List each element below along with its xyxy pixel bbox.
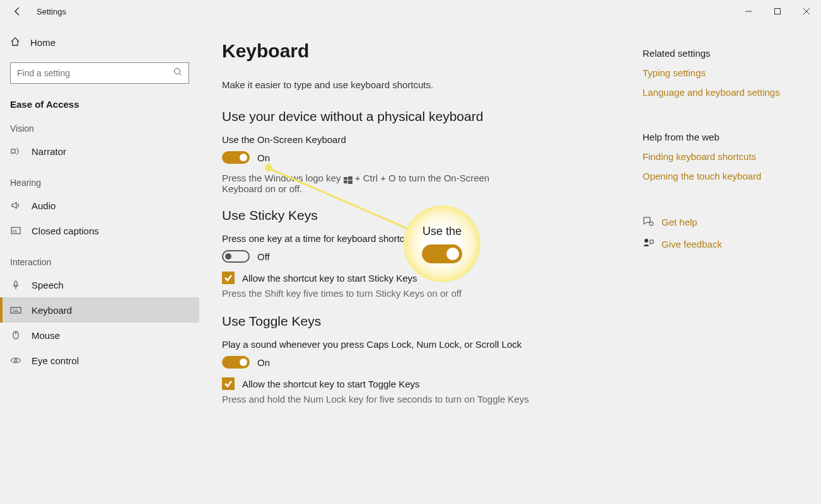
svg-rect-10 — [11, 307, 21, 313]
nav-narrator[interactable]: Narrator — [10, 139, 189, 164]
nav-mouse[interactable]: Mouse — [10, 323, 189, 348]
svg-point-22 — [649, 222, 653, 226]
nav-label: Eye control — [32, 355, 79, 366]
window-title: Settings — [37, 7, 66, 16]
section-osk-title: Use your device without a physical keybo… — [222, 109, 617, 124]
svg-point-4 — [175, 69, 180, 74]
svg-rect-19 — [348, 176, 352, 180]
togglekeys-shortcut-checkbox[interactable] — [222, 377, 235, 390]
back-button[interactable] — [8, 1, 28, 21]
mouse-icon — [10, 330, 21, 340]
osk-state: On — [257, 152, 270, 163]
maximize-button[interactable] — [763, 0, 792, 23]
svg-rect-18 — [344, 177, 347, 180]
togglekeys-label: Play a sound whenever you press Caps Loc… — [222, 339, 617, 350]
eye-icon — [10, 355, 21, 365]
sticky-desc: Press the Shift key five times to turn S… — [222, 288, 617, 299]
svg-rect-21 — [348, 181, 352, 185]
section-sticky-title: Use Sticky Keys — [222, 208, 617, 223]
nav-keyboard[interactable]: Keyboard — [0, 297, 199, 323]
togglekeys-toggle[interactable] — [222, 356, 250, 369]
svg-rect-6 — [11, 149, 15, 153]
group-vision: Vision — [10, 123, 189, 134]
nav-audio[interactable]: Audio — [10, 193, 189, 218]
main-content: Keyboard Make it easier to type and use … — [222, 40, 617, 486]
nav-label: Narrator — [32, 146, 66, 157]
nav-label: Keyboard — [32, 305, 72, 316]
minimize-button[interactable] — [734, 0, 763, 23]
link-keyboard-shortcuts[interactable]: Finding keyboard shortcuts — [643, 151, 798, 162]
link-get-help[interactable]: Get help — [643, 215, 798, 229]
svg-line-5 — [180, 74, 182, 76]
nav-label: Closed captions — [32, 226, 99, 236]
search-box[interactable] — [10, 62, 189, 84]
sticky-toggle[interactable] — [222, 250, 250, 263]
home-nav[interactable]: Home — [10, 30, 189, 55]
osk-help: Press the Windows logo key + Ctrl + O to… — [222, 173, 493, 194]
page-subtitle: Make it easier to type and use keyboard … — [222, 79, 617, 90]
link-typing-settings[interactable]: Typing settings — [643, 67, 798, 78]
webhelp-heading: Help from the web — [643, 132, 798, 142]
section-togglekeys-title: Use Toggle Keys — [222, 314, 617, 329]
link-language-settings[interactable]: Language and keyboard settings — [643, 87, 798, 98]
group-interaction: Interaction — [10, 257, 189, 267]
sticky-checkbox-label: Allow the shortcut key to start Sticky K… — [242, 273, 417, 284]
keyboard-icon — [10, 305, 21, 315]
captions-icon: cc — [10, 226, 21, 236]
home-label: Home — [30, 37, 55, 48]
sidebar: Home Ease of Access Vision Narrator Hear… — [0, 23, 199, 504]
togglekeys-desc: Press and hold the Num Lock key for five… — [222, 394, 617, 404]
home-icon — [10, 37, 20, 49]
nav-closed-captions[interactable]: cc Closed captions — [10, 218, 189, 243]
titlebar: Settings — [0, 0, 821, 23]
link-touch-keyboard[interactable]: Opening the touch keyboard — [643, 171, 798, 181]
link-give-feedback[interactable]: Give feedback — [643, 238, 798, 251]
nav-speech[interactable]: Speech — [10, 272, 189, 297]
svg-rect-1 — [775, 9, 781, 14]
nav-label: Audio — [32, 200, 55, 211]
window-controls — [734, 0, 821, 23]
sidebar-section-title: Ease of Access — [10, 99, 189, 110]
feedback-icon — [643, 238, 654, 251]
related-heading: Related settings — [643, 48, 798, 59]
group-hearing: Hearing — [10, 178, 189, 188]
windows-key-icon — [344, 175, 352, 183]
help-icon — [643, 215, 654, 229]
togglekeys-checkbox-label: Allow the shortcut key to start Toggle K… — [242, 379, 420, 389]
svg-point-23 — [644, 239, 648, 243]
togglekeys-state: On — [257, 357, 270, 368]
svg-rect-20 — [344, 181, 347, 184]
osk-label: Use the On-Screen Keyboard — [222, 134, 617, 145]
sticky-label: Press one key at a time for keyboard sho… — [222, 233, 617, 244]
sticky-state: Off — [257, 251, 270, 262]
svg-text:cc: cc — [13, 229, 18, 233]
right-column: Related settings Typing settings Languag… — [643, 40, 798, 486]
nav-label: Mouse — [32, 330, 60, 341]
page-title: Keyboard — [222, 40, 617, 62]
mic-icon — [10, 280, 21, 290]
search-input[interactable] — [17, 68, 173, 78]
close-button[interactable] — [792, 0, 821, 23]
svg-rect-9 — [15, 281, 17, 286]
search-icon — [173, 67, 182, 79]
nav-eye-control[interactable]: Eye control — [10, 348, 189, 373]
sticky-shortcut-checkbox[interactable] — [222, 272, 235, 284]
osk-toggle[interactable] — [222, 151, 250, 164]
audio-icon — [10, 200, 21, 210]
svg-point-17 — [15, 359, 17, 362]
nav-label: Speech — [32, 280, 64, 290]
narrator-icon — [10, 146, 21, 156]
